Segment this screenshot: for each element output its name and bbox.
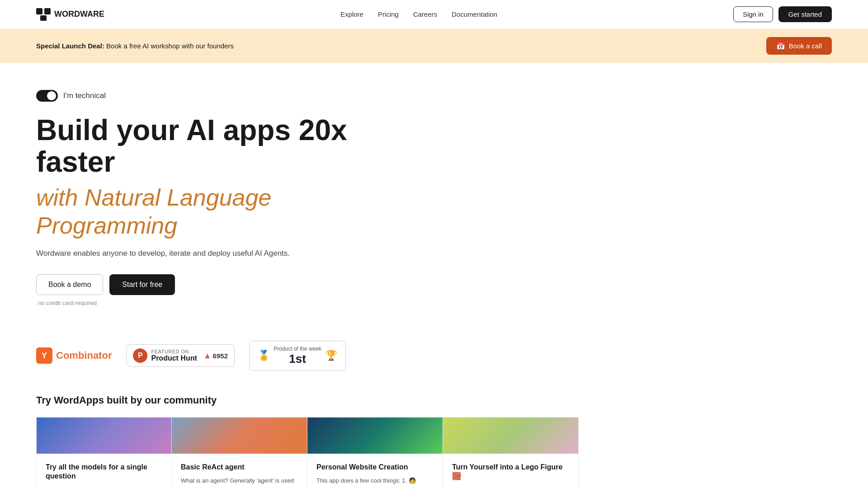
navbar: WORDWARE Explore Pricing Careers Documen… <box>0 0 868 29</box>
ph-text: FEATURED ON Product Hunt <box>151 349 197 362</box>
start-free-button[interactable]: Start for free <box>109 274 175 295</box>
community-section: Try WordApps built by our community Try … <box>0 385 868 488</box>
card-body: Turn Yourself into a Lego Figure 🧱 Becom… <box>443 454 578 488</box>
toggle-knob <box>47 91 56 100</box>
card-title: Basic ReAct agent <box>181 463 298 472</box>
hero-title: Build your AI apps 20x faster <box>36 114 371 178</box>
nav-explore[interactable]: Explore <box>340 10 363 18</box>
week-label: Product of the week <box>274 346 321 352</box>
nav-documentation[interactable]: Documentation <box>452 10 497 18</box>
hero-actions: Book a demo Start for free <box>36 274 371 295</box>
hero-section: I'm technical Build your AI apps 20x fas… <box>0 63 407 324</box>
product-hunt-badge: P FEATURED ON Product Hunt ▲6952 <box>126 344 235 367</box>
cards-row: Try all the models for a single question… <box>36 417 832 488</box>
card-header <box>172 418 307 454</box>
nav-pricing[interactable]: Pricing <box>378 10 399 18</box>
community-card[interactable]: Basic ReAct agent What is an agent? Gene… <box>172 417 307 488</box>
logo-text: WORDWARE <box>54 9 104 19</box>
card-description: What is an agent? Generally 'agent' is u… <box>181 476 298 488</box>
logo[interactable]: WORDWARE <box>36 8 104 21</box>
card-description: Become the Lego man you always wanted to… <box>452 486 569 488</box>
toggle-label: I'm technical <box>63 91 106 100</box>
community-card[interactable]: Personal Website Creation This app does … <box>307 417 443 488</box>
book-call-label: Book a call <box>789 42 822 50</box>
svg-rect-2 <box>40 15 47 21</box>
svg-rect-0 <box>36 8 42 14</box>
yc-badge: Y Combinator <box>36 347 112 364</box>
toggle-row: I'm technical <box>36 90 371 102</box>
technical-toggle[interactable] <box>36 90 58 102</box>
ph-featured-label: FEATURED ON <box>151 349 197 354</box>
no-card-text: no credit card required <box>38 300 371 306</box>
banner-body: Book a free AI workshop with our founder… <box>104 42 234 50</box>
card-header <box>307 418 443 454</box>
card-description: This app does a few cool things: 1. 🧑 Re… <box>316 476 434 488</box>
card-title: Personal Website Creation <box>316 463 434 472</box>
community-title: Try WordApps built by our community <box>36 394 832 406</box>
promo-banner: Special Launch Deal: Book a free AI work… <box>0 29 868 63</box>
card-header <box>37 418 171 454</box>
community-card[interactable]: Turn Yourself into a Lego Figure 🧱 Becom… <box>443 417 579 488</box>
nav-links: Explore Pricing Careers Documentation <box>340 10 497 18</box>
ph-icon: P <box>133 348 147 363</box>
social-proof-row: Y Combinator P FEATURED ON Product Hunt … <box>0 324 868 385</box>
card-header <box>443 418 578 454</box>
book-call-button[interactable]: 📅 Book a call <box>766 37 832 55</box>
nav-careers[interactable]: Careers <box>413 10 437 18</box>
banner-bold: Special Launch Deal: <box>36 42 104 50</box>
week-rank: 1st <box>274 352 321 366</box>
laurel-right-icon: 🏆 <box>325 350 337 361</box>
card-body: Basic ReAct agent What is an agent? Gene… <box>172 454 307 488</box>
yc-logo: Y <box>36 347 52 364</box>
laurel-left-icon: 🏅 <box>258 350 270 361</box>
yc-text: Combinator <box>56 350 112 361</box>
community-card[interactable]: Try all the models for a single question… <box>36 417 172 488</box>
get-started-button[interactable]: Get started <box>778 6 832 22</box>
card-title: Try all the models for a single question <box>46 463 162 482</box>
week-badge: 🏅 Product of the week 1st 🏆 <box>249 341 346 371</box>
wordware-logo-icon <box>36 8 51 21</box>
card-body: Try all the models for a single question… <box>37 454 171 488</box>
ph-name: Product Hunt <box>151 354 197 362</box>
card-description: This WordApp runs a question through GPT… <box>46 486 162 488</box>
hero-subtitle: with Natural Language Programming <box>36 183 371 240</box>
banner-text: Special Launch Deal: Book a free AI work… <box>36 42 234 50</box>
card-title: Turn Yourself into a Lego Figure 🧱 <box>452 463 569 482</box>
card-body: Personal Website Creation This app does … <box>307 454 443 488</box>
calendar-icon: 📅 <box>776 42 785 50</box>
week-text: Product of the week 1st <box>274 346 321 366</box>
svg-rect-1 <box>44 8 51 14</box>
book-demo-button[interactable]: Book a demo <box>36 274 103 295</box>
ph-count: ▲6952 <box>203 351 228 361</box>
sign-in-button[interactable]: Sign in <box>733 6 773 22</box>
hero-description: Wordware enables anyone to develop, iter… <box>36 249 371 258</box>
nav-actions: Sign in Get started <box>733 6 832 22</box>
